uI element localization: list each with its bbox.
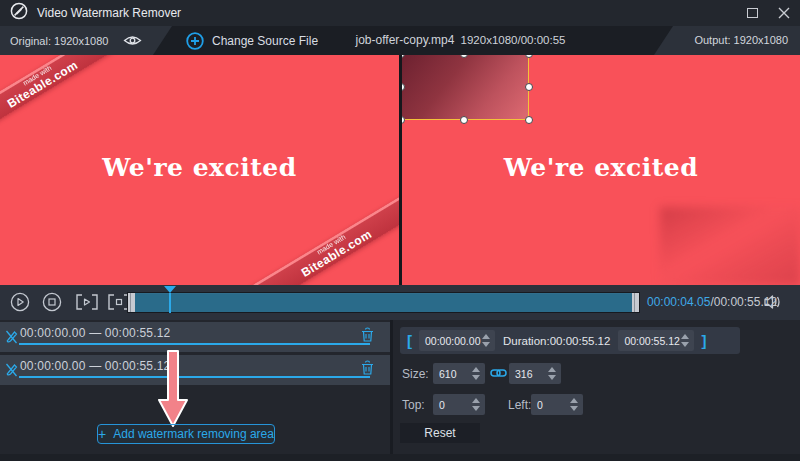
size-height-value: 316 bbox=[509, 368, 533, 380]
top-label: Top: bbox=[402, 398, 425, 412]
bottom-edge-strip bbox=[0, 454, 800, 461]
link-dimensions-button[interactable] bbox=[490, 366, 507, 384]
video-preview: made with Biteable.com We're excited mad… bbox=[0, 55, 800, 285]
start-time-spinner[interactable] bbox=[482, 334, 495, 347]
watermark-area-row[interactable]: 00:00:00.00 — 00:00:55.12 bbox=[0, 322, 390, 352]
size-label: Size: bbox=[402, 367, 429, 381]
spin-up-icon[interactable] bbox=[472, 398, 480, 403]
timeline-track[interactable] bbox=[135, 293, 632, 312]
window-controls bbox=[736, 0, 800, 26]
reset-button[interactable]: Reset bbox=[400, 423, 480, 443]
top-input[interactable]: 0 bbox=[433, 394, 485, 415]
maximize-button[interactable] bbox=[736, 0, 768, 26]
watermark-brand: Biteable.com bbox=[299, 228, 373, 279]
end-time-value: 00:00:55.12 bbox=[618, 335, 679, 347]
selection-handle-top-right[interactable] bbox=[525, 55, 533, 58]
original-video-pane: made with Biteable.com We're excited mad… bbox=[0, 55, 399, 285]
spin-down-icon[interactable] bbox=[472, 406, 480, 411]
app-logo-icon bbox=[10, 2, 28, 24]
range-start-bracket: [ bbox=[407, 332, 412, 349]
watermark-area-row[interactable]: 00:00:00.00 — 00:00:55.12 bbox=[0, 355, 390, 385]
spin-up-icon[interactable] bbox=[472, 367, 480, 372]
speaker-icon bbox=[763, 294, 782, 310]
end-time-spinner[interactable] bbox=[681, 334, 694, 347]
area-properties-panel: [ 00:00:00.00 Duration:00:00:55.12 00:00… bbox=[393, 320, 800, 461]
area-time-range: 00:00:00.00 — 00:00:55.12 bbox=[20, 359, 170, 373]
maximize-icon bbox=[747, 8, 758, 18]
bracket-play-icon bbox=[74, 292, 100, 312]
selection-handle-middle-left[interactable] bbox=[402, 83, 405, 91]
timeline-left-handle[interactable] bbox=[128, 293, 135, 312]
spin-down-icon[interactable] bbox=[482, 342, 490, 347]
change-source-file-button[interactable]: Change Source File bbox=[186, 26, 318, 55]
size-height-input[interactable]: 316 bbox=[509, 363, 561, 384]
play-icon bbox=[10, 292, 30, 312]
selection-handle-top-middle[interactable] bbox=[460, 55, 468, 58]
output-resolution-tab: Output: 1920x1080 bbox=[654, 26, 800, 55]
output-video-pane: We're excited bbox=[402, 55, 800, 285]
spin-up-icon[interactable] bbox=[482, 334, 490, 339]
left-label: Left: bbox=[508, 398, 531, 412]
selection-handle-bottom-middle[interactable] bbox=[460, 116, 468, 124]
close-button[interactable] bbox=[768, 0, 800, 26]
top-value: 0 bbox=[433, 399, 445, 411]
selection-handle-bottom-left[interactable] bbox=[402, 116, 405, 124]
play-segment-button[interactable] bbox=[74, 292, 100, 312]
time-display: 00:00:04.05/00:00:55.12 bbox=[647, 285, 777, 320]
size-width-input[interactable]: 610 bbox=[433, 363, 485, 384]
timeline-right-handle[interactable] bbox=[632, 293, 639, 312]
spin-down-icon[interactable] bbox=[548, 375, 556, 380]
plus-icon: + bbox=[98, 427, 106, 441]
end-time-input[interactable]: 00:00:55.12 bbox=[618, 330, 694, 351]
volume-button[interactable] bbox=[763, 294, 782, 314]
start-time-input[interactable]: 00:00:00.00 bbox=[419, 330, 495, 351]
original-resolution-tab: Original: 1920x1080 bbox=[0, 26, 172, 55]
app-title: Video Watermark Remover bbox=[37, 6, 181, 20]
spin-up-icon[interactable] bbox=[570, 398, 578, 403]
spin-up-icon[interactable] bbox=[548, 367, 556, 372]
spin-down-icon[interactable] bbox=[681, 342, 689, 347]
watermark-remove-icon bbox=[4, 361, 19, 382]
watermark-selection-box[interactable] bbox=[402, 55, 529, 120]
selection-handle-top-left[interactable] bbox=[402, 55, 405, 58]
trash-icon bbox=[360, 326, 375, 343]
time-range-group: [ 00:00:00.00 Duration:00:00:55.12 00:00… bbox=[400, 327, 740, 354]
play-button[interactable] bbox=[10, 292, 30, 312]
playhead-line[interactable] bbox=[169, 293, 171, 313]
spin-down-icon[interactable] bbox=[472, 375, 480, 380]
watermark-brand: Biteable.com bbox=[5, 59, 79, 110]
left-input[interactable]: 0 bbox=[531, 394, 583, 415]
size-width-value: 610 bbox=[433, 368, 457, 380]
area-range-slider[interactable] bbox=[19, 343, 370, 345]
preview-eye-button[interactable] bbox=[123, 34, 142, 47]
trash-icon bbox=[360, 359, 375, 376]
top-spinner[interactable] bbox=[472, 398, 485, 411]
close-icon bbox=[778, 7, 790, 19]
left-spinner[interactable] bbox=[570, 398, 583, 411]
add-watermark-area-label: Add watermark removing area bbox=[113, 427, 274, 441]
source-filename: job-offer-copy.mp4 bbox=[340, 26, 470, 55]
bottom-panel: 00:00:00.00 — 00:00:55.12 bbox=[0, 320, 800, 461]
change-source-file-label: Change Source File bbox=[212, 34, 318, 48]
size-width-spinner[interactable] bbox=[472, 367, 485, 380]
left-value: 0 bbox=[531, 399, 543, 411]
video-caption-right: We're excited bbox=[402, 153, 800, 182]
area-time-range: 00:00:00.00 — 00:00:55.12 bbox=[20, 326, 170, 340]
timeline-slider[interactable] bbox=[127, 292, 640, 313]
add-watermark-area-button[interactable]: + Add watermark removing area bbox=[97, 424, 275, 444]
tutorial-arrow-annotation bbox=[153, 350, 193, 430]
stop-button[interactable] bbox=[42, 292, 62, 312]
size-height-spinner[interactable] bbox=[548, 367, 561, 380]
transport-bar: 00:00:04.05/00:00:55.12 bbox=[0, 285, 800, 320]
playhead-marker[interactable] bbox=[164, 286, 176, 293]
spin-up-icon[interactable] bbox=[681, 334, 689, 339]
chain-link-icon bbox=[490, 366, 507, 380]
duration-label: Duration:00:00:55.12 bbox=[503, 335, 610, 347]
selection-handle-middle-right[interactable] bbox=[525, 83, 533, 91]
selection-handle-bottom-right[interactable] bbox=[525, 116, 533, 124]
area-range-slider[interactable] bbox=[19, 376, 370, 378]
watermark-remove-icon bbox=[4, 328, 19, 349]
add-circle-icon bbox=[186, 32, 204, 50]
eye-icon bbox=[123, 34, 142, 47]
spin-down-icon[interactable] bbox=[570, 406, 578, 411]
